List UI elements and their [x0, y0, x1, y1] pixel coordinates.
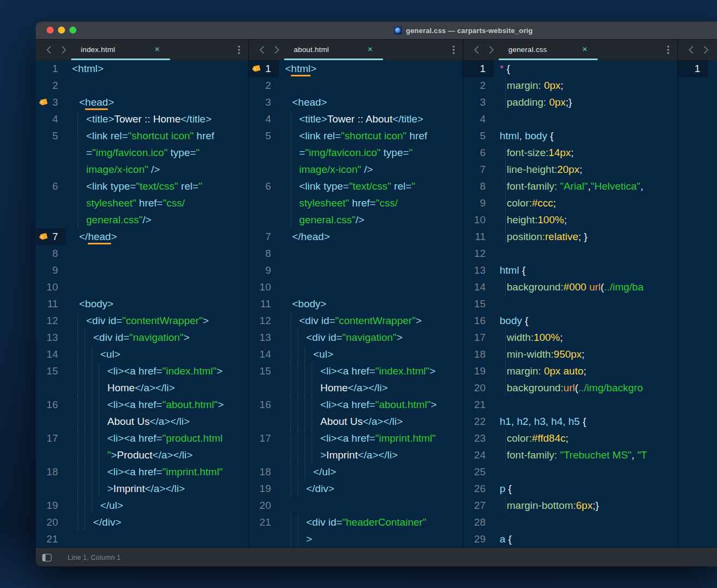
code-content[interactable]: [279, 497, 463, 514]
gutter[interactable]: 20: [249, 497, 279, 514]
code-content[interactable]: <ul>: [66, 346, 248, 363]
code-content[interactable]: [66, 245, 248, 262]
code-row[interactable]: ="img/favicon.ico" type=": [66, 144, 248, 161]
gutter[interactable]: 12: [36, 312, 66, 329]
code-content[interactable]: <li><a href="imprint.html">Imprint</a></…: [66, 463, 248, 497]
gutter[interactable]: 24: [463, 447, 494, 463]
gutter[interactable]: 1: [249, 60, 279, 77]
tab-general.css[interactable]: general.css: [508, 40, 547, 59]
code-row[interactable]: [494, 514, 677, 531]
code-row[interactable]: line-height:20px;: [494, 161, 677, 178]
code-content[interactable]: <ul>: [279, 346, 463, 363]
gutter[interactable]: 25: [463, 463, 494, 480]
code-row[interactable]: <title>Tower :: About</title>: [279, 111, 463, 127]
chevron-right-icon[interactable]: [703, 46, 709, 54]
code-row[interactable]: [279, 245, 463, 262]
code-content[interactable]: p {: [494, 480, 677, 497]
code-content[interactable]: font-family: "Arial","Helvetica",: [494, 178, 677, 195]
code-content[interactable]: [494, 295, 677, 312]
code-content[interactable]: </div>: [66, 514, 248, 531]
chevron-left-icon[interactable]: [688, 46, 694, 54]
code-content[interactable]: </ul>: [66, 497, 248, 514]
code-row[interactable]: >Imprint</a></li>: [279, 447, 463, 463]
gutter[interactable]: 28: [463, 514, 494, 531]
code-content[interactable]: position:relative; }: [494, 228, 677, 245]
code-content[interactable]: color:#ccc;: [494, 195, 677, 211]
code-row[interactable]: image/x-icon" />: [279, 161, 463, 178]
gutter[interactable]: 7: [36, 228, 66, 245]
gutter[interactable]: 16: [36, 396, 66, 430]
code-content[interactable]: <div id="contentWrapper">: [279, 312, 463, 329]
sidebar-toggle-icon[interactable]: [42, 554, 51, 561]
code-content[interactable]: <html>: [66, 60, 248, 77]
code-row[interactable]: html {: [494, 262, 677, 279]
code-row[interactable]: ="img/favicon.ico" type=": [279, 144, 463, 161]
code-row[interactable]: Home</a></li>: [279, 379, 463, 396]
code-content[interactable]: <link rel="shortcut icon" href="img/favi…: [279, 127, 463, 178]
code-content[interactable]: <div id="navigation">: [66, 329, 248, 346]
gutter[interactable]: 17: [36, 430, 66, 463]
code-row[interactable]: [279, 77, 463, 94]
gutter[interactable]: 18: [463, 346, 494, 363]
gutter[interactable]: 9: [249, 262, 279, 279]
ellipsis-icon[interactable]: [452, 45, 455, 55]
code-content[interactable]: </div>: [279, 480, 463, 497]
chevron-left-icon[interactable]: [46, 46, 52, 54]
code-row[interactable]: stylesheet" href="css/: [279, 195, 463, 211]
chevron-left-icon[interactable]: [259, 46, 265, 54]
code-row[interactable]: [279, 497, 463, 514]
code-row[interactable]: </div>: [279, 480, 463, 497]
code-content[interactable]: [66, 262, 248, 279]
gutter[interactable]: 2: [36, 77, 66, 94]
code-row[interactable]: body {: [494, 312, 677, 329]
gutter[interactable]: 5: [36, 127, 66, 178]
gutter[interactable]: 29: [463, 531, 494, 547]
code-content[interactable]: <link rel="shortcut icon" href="img/favi…: [66, 127, 248, 178]
code-row[interactable]: background:url(../img/backgro: [494, 379, 677, 396]
gutter[interactable]: 4: [463, 111, 494, 127]
gutter[interactable]: 4: [36, 111, 66, 127]
code-content[interactable]: [708, 60, 717, 77]
code-row[interactable]: font-size:14px;: [494, 144, 677, 161]
code-row[interactable]: height:100%;: [494, 211, 677, 228]
gutter[interactable]: 12: [249, 312, 279, 329]
code-row[interactable]: [66, 262, 248, 279]
code-content[interactable]: color:#ffd84c;: [494, 430, 677, 447]
gutter[interactable]: 4: [249, 111, 279, 127]
code-row[interactable]: <head>: [279, 94, 463, 111]
code-content[interactable]: <link type="text/css" rel="stylesheet" h…: [279, 178, 463, 228]
close-icon[interactable]: ✕: [154, 40, 160, 59]
code-row[interactable]: [66, 279, 248, 295]
code-row[interactable]: padding: 0px;}: [494, 94, 677, 111]
tab-index.html[interactable]: index.html: [81, 40, 115, 59]
code-row[interactable]: position:relative; }: [494, 228, 677, 245]
gutter[interactable]: 12: [463, 245, 494, 262]
code-content[interactable]: <div id="navigation">: [279, 329, 463, 346]
gutter[interactable]: 10: [249, 279, 279, 295]
code-row[interactable]: <div id="headerContainer": [279, 514, 463, 531]
gutter[interactable]: 11: [249, 295, 279, 312]
code-content[interactable]: margin: 0px auto;: [494, 363, 677, 379]
gutter[interactable]: 3: [36, 94, 66, 111]
gutter[interactable]: 16: [463, 312, 494, 329]
code-row[interactable]: </head>: [66, 228, 248, 245]
gutter[interactable]: 26: [463, 480, 494, 497]
code-content[interactable]: <title>Tower :: About</title>: [279, 111, 463, 127]
code-row[interactable]: </ul>: [279, 463, 463, 480]
code-row[interactable]: <html>: [66, 60, 248, 77]
code-row[interactable]: general.css"/>: [279, 211, 463, 228]
code-row[interactable]: <li><a href="product.html: [66, 430, 248, 447]
code-content[interactable]: margin: 0px;: [494, 77, 677, 94]
code-content[interactable]: <li><a href="imprint.html">Imprint</a></…: [279, 430, 463, 463]
gutter[interactable]: 17: [249, 430, 279, 463]
gutter[interactable]: 7: [249, 228, 279, 245]
code-content[interactable]: <li><a href="index.html">Home</a></li>: [66, 363, 248, 396]
code-row[interactable]: About Us</a></li>: [279, 413, 463, 430]
code-row[interactable]: <li><a href="imprint.html": [66, 463, 248, 480]
close-window-button[interactable]: [47, 27, 54, 34]
code-content[interactable]: margin-bottom:6px;}: [494, 497, 677, 514]
gutter[interactable]: 22: [463, 413, 494, 430]
code-content[interactable]: html {: [494, 262, 677, 279]
code-row[interactable]: [66, 77, 248, 94]
gutter[interactable]: 21: [249, 514, 279, 547]
